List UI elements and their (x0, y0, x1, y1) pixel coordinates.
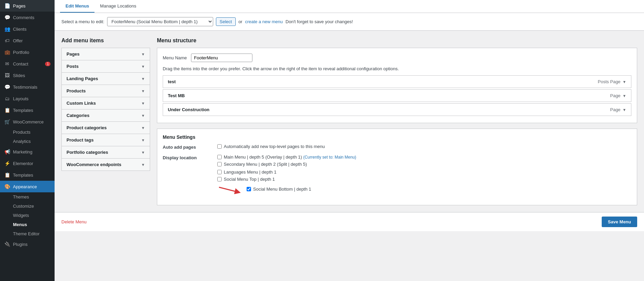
menu-item-test-chevron[interactable]: ▼ (623, 80, 626, 84)
accordion-pages-label: Pages (67, 51, 79, 57)
sidebar-item-analytics[interactable]: Analytics (0, 137, 55, 146)
accordion-product-tags: Product tags ▼ (61, 134, 150, 146)
loc-languages-label: Languages Menu | depth 1 (224, 169, 276, 175)
menu-select[interactable]: FooterMenu (Social Menu Bottom | depth 1… (107, 17, 213, 26)
loc-social-bottom-checkbox[interactable] (247, 187, 251, 191)
accordion-custom-links: Custom Links ▼ (61, 97, 150, 109)
accordion-products-arrow: ▼ (141, 89, 145, 93)
accordion-product-tags-label: Product tags (67, 137, 93, 143)
sidebar-item-clients[interactable]: 👥 Clients (0, 23, 55, 35)
delete-menu-link[interactable]: Delete Menu (61, 219, 87, 224)
loc-secondary-checkbox[interactable] (217, 162, 222, 166)
contact-badge: 1 (45, 62, 50, 66)
accordion-posts: Posts ▼ (61, 60, 150, 73)
menu-item-test-mb-chevron[interactable]: ▼ (623, 94, 626, 98)
accordion-posts-header[interactable]: Posts ▼ (62, 60, 150, 72)
display-location-row: Display location Main Menu | depth 5 (Ov… (163, 154, 631, 196)
accordion-landing-pages-header[interactable]: Landing Pages ▼ (62, 73, 150, 85)
tab-edit-menus[interactable]: Edit Menus (60, 0, 94, 13)
accordion-categories: Categories ▼ (61, 109, 150, 122)
sidebar-item-products[interactable]: Products (0, 128, 55, 137)
clients-icon: 👥 (4, 26, 10, 32)
sidebar-item-marketing[interactable]: 📢 Marketing (0, 146, 55, 158)
create-new-menu-link[interactable]: create a new menu (245, 19, 283, 24)
accordion-product-categories-header[interactable]: Product categories ▼ (62, 122, 150, 134)
accordion-pages-header[interactable]: Pages ▼ (62, 48, 150, 60)
accordion-list: Pages ▼ Posts ▼ Landing Pages ▼ (61, 48, 150, 171)
sidebar-item-plugins[interactable]: 🔌 Plugins (0, 238, 55, 250)
arrow-container: Social Menu Bottom | depth 1 (217, 184, 631, 194)
accordion-categories-header[interactable]: Categories ▼ (62, 109, 150, 121)
sidebar-item-comments[interactable]: 💬 Comments (0, 12, 55, 23)
sidebar-sub-widgets[interactable]: Widgets (0, 211, 55, 220)
layouts-icon: 🗂 (4, 95, 10, 102)
contact-icon: ✉ (4, 61, 10, 67)
accordion-landing-pages-arrow: ▼ (141, 77, 145, 81)
accordion-woocommerce-endpoints-arrow: ▼ (141, 163, 145, 167)
menu-item-test-mb-name: Test MB (168, 93, 185, 98)
or-text: or (238, 19, 243, 24)
menu-structure-title: Menu structure (157, 38, 637, 44)
accordion-pages: Pages ▼ (61, 48, 150, 60)
add-menu-items-title: Add menu items (61, 38, 150, 44)
sidebar-item-offer[interactable]: 🏷 Offer (0, 35, 55, 46)
svg-line-1 (219, 187, 238, 192)
sidebar-item-templates[interactable]: 📋 Templates (0, 104, 55, 116)
sidebar: 📄 Pages 💬 Comments 👥 Clients 🏷 Offer 💼 P… (0, 0, 55, 281)
location-social-top: Social Menu Top | depth 1 (217, 177, 631, 182)
select-menu-label: Select a menu to edit: (61, 19, 104, 24)
appearance-icon: 🎨 (4, 183, 10, 190)
accordion-woocommerce-endpoints-label: WooCommerce endpoints (67, 162, 121, 167)
sidebar-item-layouts[interactable]: 🗂 Layouts (0, 93, 55, 104)
sidebar-sub-themes[interactable]: Themes (0, 192, 55, 202)
bottom-bar: Delete Menu Save Menu (55, 212, 644, 231)
sidebar-item-appearance[interactable]: 🎨 Appearance (0, 181, 55, 192)
drag-hint: Drag the items into the order you prefer… (163, 66, 631, 71)
accordion-woocommerce-endpoints-header[interactable]: WooCommerce endpoints ▼ (62, 159, 150, 171)
menu-name-input[interactable] (191, 54, 252, 62)
accordion-categories-arrow: ▼ (141, 114, 145, 118)
sidebar-item-templates2[interactable]: 📋 Templates (0, 169, 55, 181)
sidebar-item-slides[interactable]: 🖼 Slides (0, 70, 55, 81)
accordion-product-tags-arrow: ▼ (141, 138, 145, 142)
accordion-products-header[interactable]: Products ▼ (62, 85, 150, 97)
sidebar-item-pages[interactable]: 📄 Pages (0, 0, 55, 12)
accordion-portfolio-categories-header[interactable]: Portfolio categories ▼ (62, 146, 150, 158)
menu-item-test[interactable]: test Posts Page ▼ (163, 75, 631, 88)
menu-item-under-construction-type: Page ▼ (610, 107, 626, 112)
accordion-custom-links-label: Custom Links (67, 101, 96, 106)
currently-set-badge: (Currently set to: Main Menu) (303, 155, 356, 160)
sidebar-sub-theme-editor[interactable]: Theme Editor (0, 229, 55, 238)
offer-icon: 🏷 (4, 38, 10, 44)
menu-item-under-construction[interactable]: Under Construction Page ▼ (163, 103, 631, 116)
menu-item-test-mb[interactable]: Test MB Page ▼ (163, 89, 631, 102)
menu-item-under-construction-chevron[interactable]: ▼ (623, 108, 626, 112)
loc-social-top-checkbox[interactable] (217, 177, 222, 181)
content-area: Add menu items Pages ▼ Posts ▼ (55, 31, 644, 281)
tab-manage-locations[interactable]: Manage Locations (94, 0, 142, 13)
accordion-portfolio-categories-arrow: ▼ (141, 150, 145, 154)
loc-languages-checkbox[interactable] (217, 170, 222, 174)
loc-main-checkbox[interactable] (217, 155, 222, 159)
sidebar-sub-customize[interactable]: Customize (0, 202, 55, 211)
sidebar-item-elementor[interactable]: ⚡ Elementor (0, 158, 55, 169)
sidebar-sub-menus[interactable]: Menus (0, 220, 55, 229)
accordion-custom-links-header[interactable]: Custom Links ▼ (62, 97, 150, 109)
display-location-label: Display location (163, 154, 217, 196)
auto-add-text: Automatically add new top-level pages to… (224, 144, 325, 149)
select-button[interactable]: Select (216, 17, 236, 26)
auto-add-checkbox[interactable] (217, 144, 222, 149)
accordion-woocommerce-endpoints: WooCommerce endpoints ▼ (61, 158, 150, 171)
menu-item-test-type: Posts Page ▼ (598, 79, 626, 84)
accordion-product-tags-header[interactable]: Product tags ▼ (62, 134, 150, 146)
sidebar-item-portfolio[interactable]: 💼 Portfolio (0, 46, 55, 58)
accordion-pages-arrow: ▼ (141, 52, 145, 56)
location-secondary-menu: Secondary Menu | depth 2 (Split | depth … (217, 162, 631, 167)
accordion-categories-label: Categories (67, 113, 89, 118)
menu-name-label: Menu Name (163, 55, 187, 60)
save-menu-button[interactable]: Save Menu (602, 217, 637, 227)
sidebar-item-woocommerce[interactable]: 🛒 WooCommerce (0, 116, 55, 128)
sidebar-item-contact[interactable]: ✉ Contact 1 (0, 58, 55, 70)
pages-icon: 📄 (4, 3, 10, 9)
sidebar-item-testimonials[interactable]: 💬 Testimonials (0, 81, 55, 93)
